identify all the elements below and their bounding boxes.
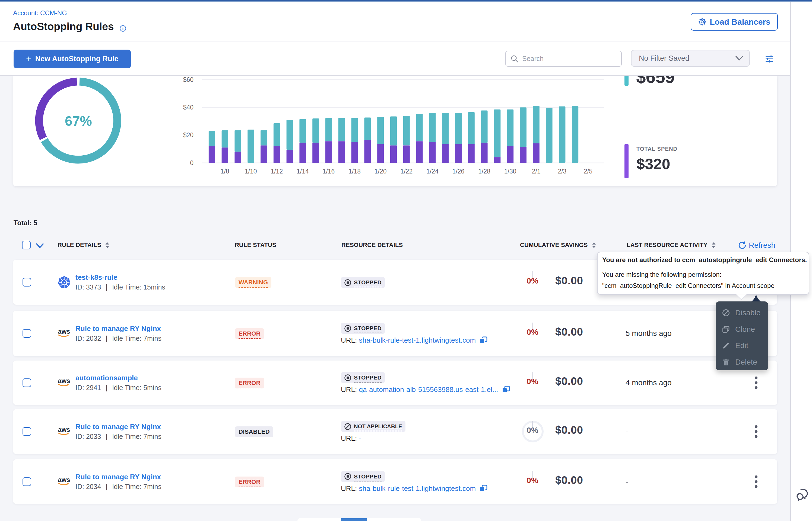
svg-text:aws: aws: [58, 377, 70, 384]
svg-text:1/26: 1/26: [452, 168, 465, 175]
svg-text:$40: $40: [183, 104, 193, 111]
svg-text:1/30: 1/30: [504, 168, 516, 175]
svg-text:1/12: 1/12: [271, 168, 283, 175]
svg-text:1/28: 1/28: [478, 168, 490, 175]
svg-text:1/22: 1/22: [400, 168, 412, 175]
svg-text:0: 0: [190, 159, 193, 166]
svg-text:aws: aws: [58, 328, 70, 335]
svg-text:aws: aws: [58, 426, 70, 433]
svg-text:$20: $20: [183, 132, 193, 138]
svg-text:1/20: 1/20: [375, 168, 387, 175]
svg-text:1/14: 1/14: [297, 168, 309, 175]
svg-text:1/10: 1/10: [245, 168, 257, 175]
svg-text:1/18: 1/18: [348, 168, 361, 175]
svg-text:1/8: 1/8: [221, 168, 229, 175]
svg-text:2/5: 2/5: [584, 168, 593, 175]
svg-text:2/1: 2/1: [532, 168, 541, 175]
svg-text:1/16: 1/16: [323, 168, 335, 175]
svg-text:1/24: 1/24: [426, 168, 439, 175]
svg-text:2/3: 2/3: [558, 168, 567, 175]
svg-text:aws: aws: [58, 476, 70, 483]
svg-text:$60: $60: [183, 76, 193, 83]
